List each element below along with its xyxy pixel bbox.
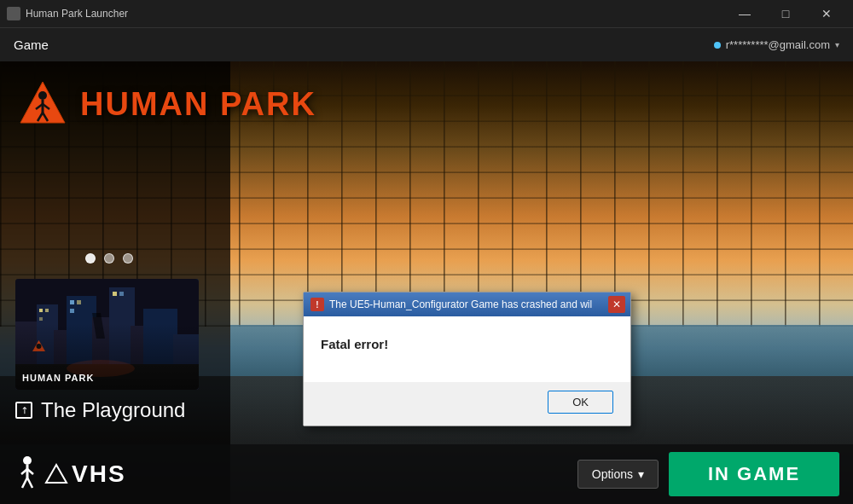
user-info[interactable]: r*********@gmail.com ▾ xyxy=(714,38,839,51)
ok-button[interactable]: OK xyxy=(548,391,613,414)
main-content: HUMAN PARK xyxy=(0,61,853,504)
dialog-title-bar: ! The UE5-Human_Configurator Game has cr… xyxy=(304,293,630,316)
app-icon xyxy=(7,7,20,20)
dialog-title-content: ! The UE5-Human_Configurator Game has cr… xyxy=(310,298,592,311)
close-button[interactable]: ✕ xyxy=(807,0,846,27)
dialog-overlay: ! The UE5-Human_Configurator Game has cr… xyxy=(0,61,853,504)
dialog-title-text: The UE5-Human_Configurator Game has cras… xyxy=(329,298,592,310)
user-email: r*********@gmail.com xyxy=(726,38,830,51)
error-dialog: ! The UE5-Human_Configurator Game has cr… xyxy=(303,292,631,426)
error-message: Fatal error! xyxy=(321,337,613,351)
title-bar: Human Park Launcher — □ ✕ xyxy=(0,0,853,27)
dialog-body: Fatal error! xyxy=(304,316,630,382)
user-dropdown-arrow: ▾ xyxy=(835,40,839,49)
dialog-error-icon: ! xyxy=(310,298,324,311)
dialog-close-button[interactable]: ✕ xyxy=(608,296,625,313)
title-bar-left: Human Park Launcher xyxy=(7,7,128,20)
menu-bar: Game r*********@gmail.com ▾ xyxy=(0,27,853,61)
minimize-button[interactable]: — xyxy=(725,0,764,27)
window-controls: — □ ✕ xyxy=(725,0,846,27)
maximize-button[interactable]: □ xyxy=(766,0,805,27)
app-name: Human Park Launcher xyxy=(26,8,128,20)
menu-item-game[interactable]: Game xyxy=(14,38,49,52)
user-status-dot xyxy=(714,42,721,49)
dialog-footer: OK xyxy=(304,382,630,426)
